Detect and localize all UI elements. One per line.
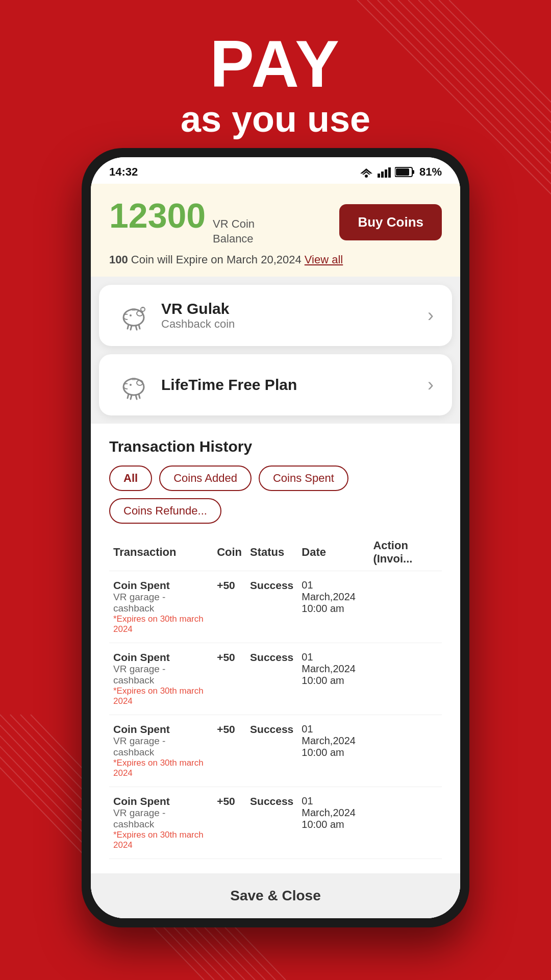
transaction-coin: +50 xyxy=(213,571,246,643)
col-transaction: Transaction xyxy=(109,534,213,571)
transaction-coin: +50 xyxy=(213,787,246,859)
pay-title: PAY xyxy=(0,31,551,97)
transaction-table: Transaction Coin Status Date Action (Inv… xyxy=(109,534,442,859)
status-bar: 14:32 xyxy=(91,157,460,184)
wifi-icon xyxy=(359,166,373,178)
save-close-bar[interactable]: Save & Close xyxy=(91,873,460,918)
table-row: Coin Spent VR garage - cashback *Expires… xyxy=(109,787,442,859)
vr-gulak-title: VR Gulak xyxy=(161,300,235,317)
svg-line-35 xyxy=(139,325,140,329)
transaction-name: Coin Spent xyxy=(113,579,209,592)
svg-line-34 xyxy=(136,326,137,330)
svg-line-45 xyxy=(139,394,140,398)
svg-line-42 xyxy=(128,394,129,398)
transaction-date: 01 March,202410:00 am xyxy=(297,715,369,787)
lifetime-free: Free xyxy=(228,376,260,393)
svg-point-31 xyxy=(130,314,132,316)
filter-tab-coins-spent[interactable]: Coins Spent xyxy=(259,465,348,491)
expiry-amount: 100 xyxy=(109,253,128,266)
table-row: Coin Spent VR garage - cashback *Expires… xyxy=(109,571,442,643)
col-coin: Coin xyxy=(213,534,246,571)
svg-rect-22 xyxy=(378,174,380,178)
vr-gulak-subtitle: Cashback coin xyxy=(161,317,235,331)
transaction-sub: VR garage - cashback xyxy=(113,807,209,830)
transaction-status: Success xyxy=(246,571,297,643)
transaction-expiry: *Expires on 30th march 2024 xyxy=(113,758,209,778)
view-all-link[interactable]: View all xyxy=(305,253,343,266)
transaction-coin: +50 xyxy=(213,643,246,715)
lifetime-piggy-icon xyxy=(117,369,150,401)
svg-line-32 xyxy=(128,325,129,329)
coin-label-line2: Balance xyxy=(213,232,255,247)
transaction-expiry: *Expires on 30th march 2024 xyxy=(113,830,209,850)
transaction-name: Coin Spent xyxy=(113,795,209,807)
transaction-action xyxy=(369,787,442,859)
piggy-bank-icon xyxy=(117,299,150,332)
signal-icon xyxy=(378,166,391,178)
battery-icon xyxy=(395,166,415,178)
coin-label-wrap: VR Coin Balance xyxy=(213,217,255,246)
svg-point-29 xyxy=(123,309,144,326)
transaction-date: 01 March,202410:00 am xyxy=(297,787,369,859)
transaction-status: Success xyxy=(246,643,297,715)
col-status: Status xyxy=(246,534,297,571)
transaction-history-section: Transaction History All Coins Added Coin… xyxy=(91,424,460,873)
lifetime-suffix: Plan xyxy=(261,376,297,393)
vr-gulak-text: VR Gulak Cashback coin xyxy=(161,300,235,331)
filter-tab-coins-refunded[interactable]: Coins Refunde... xyxy=(109,498,221,524)
lifetime-plan-chevron: › xyxy=(428,374,434,396)
transaction-sub: VR garage - cashback xyxy=(113,592,209,614)
transaction-expiry: *Expires on 30th march 2024 xyxy=(113,686,209,706)
transaction-date: 01 March,202410:00 am xyxy=(297,643,369,715)
svg-line-43 xyxy=(131,395,132,399)
transaction-action xyxy=(369,643,442,715)
transaction-action xyxy=(369,571,442,643)
transaction-expiry: *Expires on 30th march 2024 xyxy=(113,614,209,634)
col-date: Date xyxy=(297,534,369,571)
transaction-name: Coin Spent xyxy=(113,651,209,664)
transaction-date: 01 March,202410:00 am xyxy=(297,571,369,643)
transaction-name: Coin Spent xyxy=(113,723,209,736)
phone-content: 12300 VR Coin Balance Buy Coins 100 Coin… xyxy=(91,184,460,918)
coin-balance-row: 12300 VR Coin Balance Buy Coins xyxy=(109,198,442,246)
svg-point-21 xyxy=(365,175,368,178)
expiry-text: Coin will Expire on March 20,2024 xyxy=(131,253,305,266)
vr-gulak-left: VR Gulak Cashback coin xyxy=(117,299,235,332)
vr-gulak-chevron: › xyxy=(428,305,434,326)
filter-tab-coins-added[interactable]: Coins Added xyxy=(159,465,252,491)
status-icons: 81% xyxy=(359,165,442,179)
filter-tabs: All Coins Added Coins Spent Coins Refund… xyxy=(109,465,442,524)
lifetime-plan-card[interactable]: LifeTime Free Plan › xyxy=(99,354,452,415)
svg-rect-46 xyxy=(132,378,136,380)
table-row: Coin Spent VR garage - cashback *Expires… xyxy=(109,715,442,787)
svg-rect-23 xyxy=(381,172,384,178)
svg-line-33 xyxy=(131,326,132,330)
lifetime-plan-left: LifeTime Free Plan xyxy=(117,369,297,401)
transaction-sub: VR garage - cashback xyxy=(113,736,209,758)
expiry-row: 100 Coin will Expire on March 20,2024 Vi… xyxy=(109,253,442,266)
coin-label-line1: VR Coin xyxy=(213,217,255,232)
buy-coins-button[interactable]: Buy Coins xyxy=(339,204,442,240)
phone-outer-shell: 14:32 xyxy=(82,148,469,927)
transaction-status: Success xyxy=(246,715,297,787)
coin-balance-section: 12300 VR Coin Balance Buy Coins 100 Coin… xyxy=(91,184,460,277)
coin-amount-wrap: 12300 VR Coin Balance xyxy=(109,198,255,246)
svg-rect-28 xyxy=(396,168,409,176)
svg-line-44 xyxy=(136,395,137,399)
filter-tab-all[interactable]: All xyxy=(109,465,152,491)
transaction-sub: VR garage - cashback xyxy=(113,664,209,686)
transaction-title: Transaction History xyxy=(109,438,442,455)
transaction-coin: +50 xyxy=(213,715,246,787)
svg-point-39 xyxy=(123,379,144,395)
lifetime-plan-title: LifeTime Free Plan xyxy=(161,376,297,393)
lifetime-plan-text: LifeTime Free Plan xyxy=(161,376,297,394)
svg-rect-36 xyxy=(132,308,136,311)
transaction-status: Success xyxy=(246,787,297,859)
svg-point-41 xyxy=(130,384,132,386)
svg-rect-24 xyxy=(385,169,387,178)
phone-mockup: 14:32 xyxy=(82,148,469,927)
table-row: Coin Spent VR garage - cashback *Expires… xyxy=(109,643,442,715)
phone-screen: 14:32 xyxy=(91,157,460,918)
vr-gulak-card[interactable]: VR Gulak Cashback coin › xyxy=(99,285,452,346)
lifetime-prefix: LifeTime xyxy=(161,376,228,393)
